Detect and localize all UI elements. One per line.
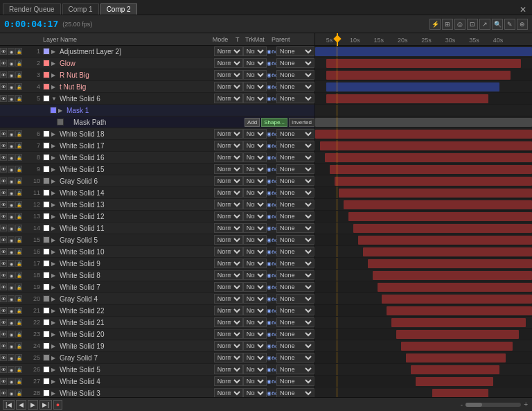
timeline-bar[interactable] — [326, 71, 511, 80]
layer-row[interactable]: 👁 ◉ 🔒 25▶Gray Solid 7NormNone◉fxNone — [0, 352, 314, 364]
layer-row[interactable]: 👁 ◉ 🔒 3▶R Nut BigNormNone◉fxNone — [0, 69, 314, 81]
blend-select[interactable]: None — [243, 376, 267, 386]
layer-row[interactable]: 👁 ◉ 🔒 26▶White Solid 5NormNone◉fxNone — [0, 364, 314, 376]
blend-select[interactable]: None — [243, 270, 267, 280]
layer-row[interactable]: 👁 ◉ 🔒 12▶White Solid 13NormNone◉fxNone — [0, 199, 314, 211]
timeline-bar[interactable] — [335, 177, 532, 186]
switch-icon[interactable]: ◉ — [267, 284, 272, 290]
visibility-icon[interactable]: 👁 — [0, 319, 7, 326]
visibility-icon[interactable]: 👁 — [0, 366, 7, 373]
play-next-button[interactable]: ▶| — [39, 400, 51, 410]
lock-icon[interactable]: 🔒 — [15, 354, 22, 361]
solo-icon[interactable]: ◉ — [8, 189, 15, 196]
blend-select[interactable]: None — [243, 200, 267, 209]
layer-row[interactable]: 👁 ◉ 🔒 27▶White Solid 4NormNone◉fxNone — [0, 376, 314, 387]
visibility-icon[interactable]: 👁 — [0, 213, 7, 220]
visibility-icon[interactable]: 👁 — [0, 142, 7, 149]
parent-select[interactable]: None — [276, 152, 314, 162]
blend-select[interactable]: None — [243, 58, 267, 68]
layer-row[interactable]: 👁 ◉ 🔒 16▶White Solid 10NormNone◉fxNone — [0, 246, 314, 258]
solo-icon[interactable]: ◉ — [8, 354, 15, 361]
parent-select[interactable]: None — [276, 365, 314, 374]
mode-select[interactable]: Norm — [214, 376, 243, 386]
mode-select[interactable]: Norm — [214, 129, 243, 139]
mode-select[interactable]: Norm — [214, 270, 243, 280]
mode-select[interactable]: Norm — [214, 46, 243, 56]
visibility-icon[interactable]: 👁 — [0, 331, 7, 338]
switch-icon[interactable]: ◉ — [267, 343, 272, 349]
expand-arrow-icon[interactable]: ▶ — [51, 261, 58, 267]
tool-icon-6[interactable]: 🔍 — [492, 19, 503, 30]
expand-arrow-icon[interactable]: ▶ — [51, 49, 58, 55]
solo-icon[interactable]: ◉ — [8, 319, 15, 326]
expand-arrow-icon[interactable]: ▶ — [51, 202, 58, 208]
switch-icon[interactable]: ◉ — [267, 96, 272, 102]
layer-row[interactable]: 👁 ◉ 🔒 23▶White Solid 20NormNone◉fxNone — [0, 329, 314, 340]
mode-select[interactable]: Norm — [214, 341, 243, 351]
mode-select[interactable]: Norm — [214, 223, 243, 233]
expand-arrow-icon[interactable]: ▶ — [51, 343, 58, 349]
visibility-icon[interactable]: 👁 — [0, 225, 7, 231]
parent-select[interactable]: None — [276, 317, 314, 327]
record-button[interactable]: ● — [53, 400, 62, 410]
solo-icon[interactable]: ◉ — [8, 225, 15, 231]
switch-icon[interactable]: ◉ — [267, 72, 272, 78]
layer-row[interactable]: 👁 ◉ 🔒 21▶White Solid 22NormNone◉fxNone — [0, 305, 314, 317]
solo-icon[interactable]: ◉ — [8, 260, 15, 267]
solo-icon[interactable]: ◉ — [8, 201, 15, 208]
expand-arrow-icon[interactable]: ▶ — [51, 225, 58, 231]
mode-select[interactable]: Norm — [214, 365, 243, 374]
lock-icon[interactable]: 🔒 — [15, 319, 22, 326]
mode-select[interactable]: Norm — [214, 329, 243, 339]
tool-icon-1[interactable]: ⚡ — [429, 19, 441, 30]
lock-icon[interactable]: 🔒 — [15, 166, 22, 173]
play-button[interactable]: ▶ — [28, 400, 38, 410]
parent-select[interactable]: None — [276, 388, 314, 397]
mode-select[interactable]: Norm — [214, 388, 243, 397]
expand-arrow-icon[interactable]: ▶ — [51, 390, 58, 396]
layer-row[interactable]: 👁 ◉ 🔒 17▶White Solid 9NormNone◉fxNone — [0, 258, 314, 270]
solo-icon[interactable]: ◉ — [8, 166, 15, 173]
layer-row[interactable]: ▶Mask 1 — [0, 105, 314, 116]
mode-select[interactable]: Norm — [214, 70, 243, 80]
tool-icon-7[interactable]: ✎ — [504, 19, 515, 30]
expand-arrow-icon[interactable]: ▶ — [51, 378, 58, 385]
mode-select[interactable]: Norm — [214, 58, 243, 68]
solo-icon[interactable]: ◉ — [8, 331, 15, 338]
parent-select[interactable]: None — [276, 259, 314, 268]
timeline-bar[interactable] — [326, 82, 499, 91]
mode-select[interactable]: Norm — [214, 176, 243, 186]
lock-icon[interactable]: 🔒 — [15, 225, 22, 231]
visibility-icon[interactable]: 👁 — [0, 166, 7, 173]
visibility-icon[interactable]: 👁 — [0, 83, 7, 90]
blend-select[interactable]: None — [243, 388, 267, 397]
expand-arrow-icon[interactable]: ▶ — [51, 367, 58, 373]
mode-select[interactable]: Norm — [214, 188, 243, 198]
layer-row[interactable]: 👁 ◉ 🔒 24▶White Solid 19NormNone◉fxNone — [0, 340, 314, 352]
lock-icon[interactable]: 🔒 — [15, 130, 22, 137]
switch-icon[interactable]: ◉ — [267, 237, 272, 243]
timeline-bar[interactable] — [368, 259, 532, 268]
switch-icon[interactable]: ◉ — [267, 131, 272, 137]
layer-row[interactable]: 👁 ◉ 🔒 22▶White Solid 21NormNone◉fxNone — [0, 317, 314, 329]
solo-icon[interactable]: ◉ — [8, 378, 15, 385]
lock-icon[interactable]: 🔒 — [15, 189, 22, 196]
solo-icon[interactable]: ◉ — [8, 48, 15, 55]
expand-arrow-icon[interactable]: ▶ — [51, 331, 58, 338]
layer-row[interactable]: 👁 ◉ 🔒 7▶White Solid 17NormNone◉fxNone — [0, 140, 314, 152]
blend-select[interactable]: None — [243, 282, 267, 292]
timeline-bar[interactable] — [348, 212, 532, 221]
switch-icon[interactable]: ◉ — [267, 261, 272, 267]
close-icon[interactable]: ✕ — [517, 5, 529, 15]
solo-icon[interactable]: ◉ — [8, 390, 15, 396]
parent-select[interactable]: None — [276, 329, 314, 339]
tool-icon-2[interactable]: ⊞ — [442, 19, 453, 30]
timeline-bar[interactable] — [353, 224, 532, 233]
switch-icon[interactable]: ◉ — [267, 60, 272, 67]
lock-icon[interactable]: 🔒 — [15, 177, 22, 184]
layer-row[interactable]: 👁 ◉ 🔒 1▶Adjustment Layer 2]NormNone◉fxNo… — [0, 46, 314, 58]
solo-icon[interactable]: ◉ — [8, 342, 15, 349]
parent-select[interactable]: None — [276, 141, 314, 150]
timeline-bar[interactable] — [416, 377, 493, 386]
visibility-icon[interactable]: 👁 — [0, 307, 7, 314]
